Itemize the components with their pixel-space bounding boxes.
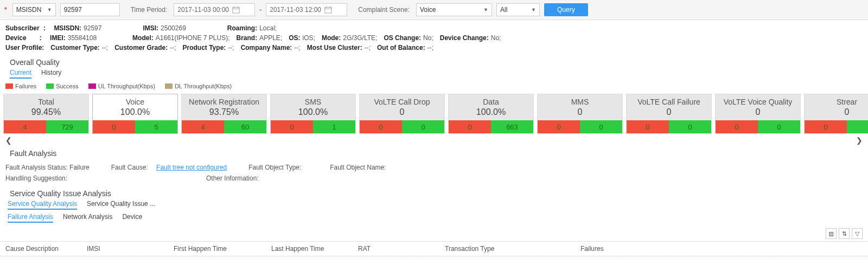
mode-value: 2G/3G/LTE; — [343, 34, 377, 42]
kpi-card-bars: 4729 — [4, 120, 88, 133]
sort-button[interactable]: ⇅ — [839, 228, 850, 239]
id-type-select[interactable]: MSISDN ▼ — [12, 3, 56, 16]
tab-history[interactable]: History — [41, 69, 61, 79]
device-label: Device — [5, 34, 27, 42]
user-profile-row: User Profile: Customer Type: --; Custome… — [5, 43, 863, 53]
out-of-balance-value: --; — [427, 44, 433, 51]
tab-network-analysis[interactable]: Network Analysis — [63, 213, 112, 223]
tab-current[interactable]: Current — [10, 69, 31, 79]
sqia-title: Service Quality Issue Analysis — [0, 188, 868, 200]
time-to-input[interactable]: 2017-11-03 12:00 — [266, 3, 347, 16]
imei-label: IMEI: — [50, 34, 66, 42]
id-value-input[interactable] — [60, 3, 120, 16]
kpi-card-title: VoLTE Voice Quality — [716, 94, 800, 106]
kpi-card[interactable]: Total99.45%4729 — [3, 94, 89, 134]
fault-row-1: Fault Analysis Status: Failure Fault Cau… — [5, 162, 863, 173]
tab-service-quality-analysis[interactable]: Service Quality Analysis — [8, 200, 77, 210]
kpi-card[interactable]: VoLTE Voice Quality000 — [715, 94, 801, 134]
kpi-fail-bar: 0 — [360, 120, 402, 133]
kpi-fail-bar: 0 — [271, 120, 313, 133]
dl-swatch-icon — [165, 83, 173, 89]
kpi-card-bars: 0 — [805, 120, 868, 133]
customer-type-label: Customer Type: — [50, 44, 99, 51]
scroll-left-icon[interactable]: ❮ — [5, 136, 12, 145]
svg-rect-4 — [325, 8, 331, 14]
th-first-happen-time[interactable]: First Happen Time — [168, 245, 266, 253]
most-use-cluster-value: --; — [365, 44, 371, 51]
kpi-card[interactable]: Data100.0%0663 — [448, 94, 534, 134]
time-from-input[interactable]: 2017-11-03 00:00 — [174, 3, 255, 16]
legend-success: Success — [46, 83, 79, 89]
kpi-fail-bar: 0 — [627, 120, 669, 133]
company-name-value: --; — [294, 44, 300, 51]
failures-swatch-icon — [5, 83, 13, 89]
th-last-happen-time[interactable]: Last Happen Time — [266, 245, 353, 253]
th-failures[interactable]: Failures — [575, 245, 640, 253]
kpi-card[interactable]: VoLTE Call Drop000 — [359, 94, 445, 134]
sqia-tabs-2: Failure Analysis Network Analysis Device — [0, 213, 868, 226]
kpi-card-value: 93.75% — [182, 106, 266, 120]
msisdn-value: 92597 — [84, 24, 101, 32]
kpi-card[interactable]: VoLTE Call Failure000 — [626, 94, 712, 134]
kpi-success-bar — [847, 120, 868, 133]
kpi-card-title: VoLTE Call Failure — [627, 94, 711, 106]
chevron-down-icon: ▼ — [531, 7, 536, 12]
tab-service-quality-issue[interactable]: Service Quality Issue ... — [87, 200, 155, 210]
os-change-label: OS Change: — [384, 34, 421, 42]
kpi-card-bars: 00 — [627, 120, 711, 133]
required-asterisk: * — [4, 6, 7, 14]
kpi-card[interactable]: Voice100.0%05 — [92, 94, 178, 134]
kpi-card-value: 0 — [360, 106, 444, 120]
kpi-card[interactable]: Strear00 — [804, 94, 868, 134]
fault-status-value: Failure — [69, 164, 90, 171]
kpi-success-bar: 729 — [46, 120, 88, 133]
kpi-card-value: 0 — [805, 106, 868, 120]
kpi-card[interactable]: MMS000 — [537, 94, 623, 134]
query-button[interactable]: Query — [544, 3, 588, 16]
complaint-scene-value: Voice — [420, 6, 436, 14]
product-type-value: --; — [228, 44, 234, 51]
legend-dl: DL Throughput(Kbps) — [165, 83, 232, 89]
kpi-card[interactable]: SMS100.0%01 — [270, 94, 356, 134]
company-name-label: Company Name: — [241, 44, 292, 51]
mode-label: Mode: — [322, 34, 341, 42]
tab-failure-analysis[interactable]: Failure Analysis — [8, 213, 53, 223]
calendar-icon — [324, 6, 332, 14]
fault-cause-link[interactable]: Fault tree not configured — [156, 164, 227, 171]
imsi-value: 2500269 — [161, 24, 186, 32]
filter-toolbar: * MSISDN ▼ Time Period: 2017-11-03 00:00… — [0, 0, 868, 20]
sort-icon: ⇅ — [842, 230, 847, 237]
th-cause-description[interactable]: Cause Description — [0, 245, 81, 253]
legend-ul: UL Throughput(Kbps) — [88, 83, 155, 89]
svg-rect-0 — [233, 8, 239, 14]
kpi-card-title: SMS — [271, 94, 355, 106]
time-from-value: 2017-11-03 00:00 — [177, 6, 229, 14]
kpi-card-bars: 01 — [271, 120, 355, 133]
chevron-down-icon: ▼ — [483, 7, 488, 12]
columns-button[interactable]: ▥ — [826, 228, 837, 239]
table-toolbar: ▥ ⇅ ▽ — [0, 226, 868, 241]
calendar-icon — [232, 6, 240, 14]
success-swatch-icon — [46, 83, 54, 89]
brand-value: APPLE; — [259, 34, 282, 42]
kpi-card-value: 100.0% — [271, 106, 355, 120]
imei-value: 35584108 — [68, 34, 97, 42]
kpi-card-value: 99.45% — [4, 106, 88, 120]
th-imsi[interactable]: IMSI — [81, 245, 168, 253]
kpi-card[interactable]: Network Registration93.75%460 — [181, 94, 267, 134]
complaint-scene-select[interactable]: Voice ▼ — [416, 3, 492, 16]
th-rat[interactable]: RAT — [353, 245, 439, 253]
filter-button[interactable]: ▽ — [852, 228, 863, 239]
filter-all-select[interactable]: All ▼ — [496, 3, 540, 16]
device-row: Device : IMEI: 35584108 Model: A1661(IPH… — [5, 33, 863, 43]
msisdn-label: MSISDN: — [54, 24, 81, 32]
subscriber-label: Subscriber — [5, 24, 40, 32]
tab-device[interactable]: Device — [122, 213, 142, 223]
fault-cause-label: Fault Cause: — [111, 164, 155, 171]
kpi-success-bar: 0 — [758, 120, 800, 133]
kpi-fail-bar: 0 — [93, 120, 135, 133]
kpi-success-bar: 663 — [491, 120, 533, 133]
scroll-right-icon[interactable]: ❯ — [856, 136, 863, 145]
th-transaction-type[interactable]: Transaction Type — [439, 245, 575, 253]
kpi-fail-bar: 4 — [182, 120, 224, 133]
